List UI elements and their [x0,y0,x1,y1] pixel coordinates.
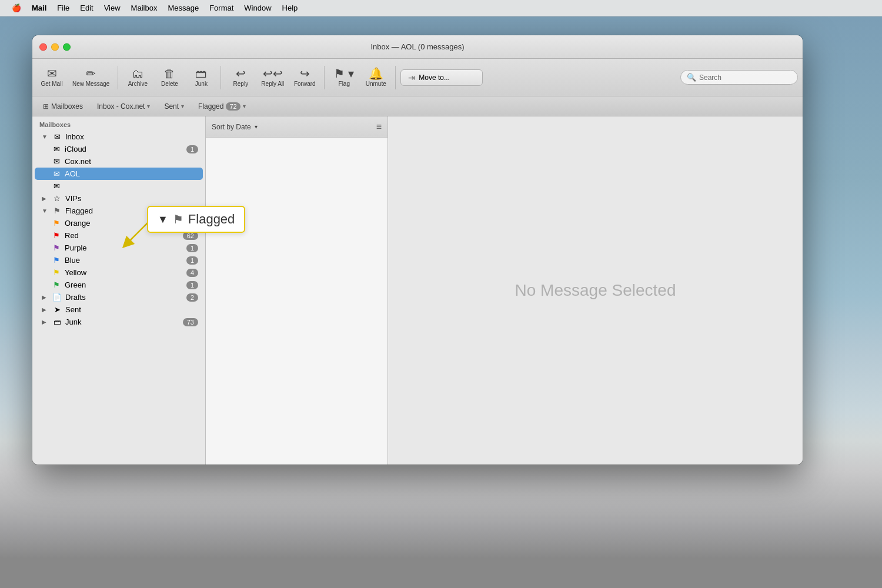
flagged-tooltip-label: Flagged [188,212,235,227]
green-flag-icon: ⚑ [51,280,62,289]
apple-menu[interactable]: 🍎 [7,2,26,14]
inbox-label: Inbox [65,132,198,141]
junk-icon: 🗃 [52,318,62,326]
sidebar-item-icloud[interactable]: ✉ iCloud 1 [35,143,203,155]
sidebar-item-green[interactable]: ⚑ Green 1 [35,279,203,291]
archive-label: Archive [128,81,148,87]
purple-count: 1 [186,244,198,252]
reply-button[interactable]: ↩ Reply [226,65,255,89]
sidebar-item-junk[interactable]: ▶ 🗃 Junk 73 [35,316,203,328]
flag-label: Flag [339,81,350,87]
menu-edit[interactable]: Edit [75,2,98,14]
title-bar: Inbox — AOL (0 messages) [32,35,803,59]
menu-mailbox[interactable]: Mailbox [126,2,162,14]
sort-arrow: ▾ [255,123,258,130]
tab-bar: ⊞ Mailboxes Inbox - Cox.net ▾ Sent ▾ Fla… [32,96,803,116]
close-button[interactable] [39,43,47,51]
flagged-arrow-icon: ▾ [243,103,246,109]
archive-button[interactable]: 🗂 Archive [123,65,152,89]
reply-all-icon: ↩↩ [263,68,283,79]
sidebar-item-purple[interactable]: ⚑ Purple 1 [35,242,203,254]
delete-button[interactable]: 🗑 Delete [155,65,184,89]
tab-sent[interactable]: Sent ▾ [158,101,190,112]
forward-label: Forward [294,81,316,87]
reply-all-button[interactable]: ↩↩ Reply All [258,65,288,89]
vips-expand-arrow: ▶ [42,195,49,202]
menu-file[interactable]: File [52,2,74,14]
sidebar-item-vips[interactable]: ▶ ☆ VIPs [35,192,203,205]
new-message-label: New Message [72,81,109,87]
toolbar-separator-1 [118,66,118,89]
flag-icon: ⚑ ▾ [334,68,354,79]
forward-button[interactable]: ↪ Forward [290,65,319,89]
tab-flagged-label: Flagged [198,102,223,111]
red-flag-icon: ⚑ [51,231,62,240]
forward-icon: ↪ [300,68,310,79]
menu-window[interactable]: Window [239,2,276,14]
flagged-icon: ⚑ [52,206,62,215]
get-mail-label: Get Mail [41,81,62,87]
drafts-icon: 📄 [52,293,62,302]
menu-help[interactable]: Help [278,2,303,14]
mail-app-window: Inbox — AOL (0 messages) ✉ Get Mail ✏ Ne… [32,35,803,465]
unmute-button[interactable]: 🔔 Unmute [361,65,390,89]
fourth-icon: ✉ [51,182,62,191]
sidebar-item-drafts[interactable]: ▶ 📄 Drafts 2 [35,291,203,303]
mailboxes-icon: ⊞ [43,102,49,111]
toolbar-separator-3 [324,66,325,89]
search-bar[interactable]: 🔍 Search [680,70,798,85]
menu-format[interactable]: Format [205,2,238,14]
icloud-count: 1 [186,145,198,153]
sidebar-item-sent[interactable]: ▶ ➤ Sent [35,303,203,316]
purple-label: Purple [65,243,183,252]
filter-icon[interactable]: ≡ [376,122,382,132]
maximize-button[interactable] [63,43,71,51]
menu-message[interactable]: Message [163,2,203,14]
delete-icon: 🗑 [163,68,175,79]
flagged-badge: 72 [226,102,240,111]
menu-view[interactable]: View [99,2,125,14]
move-icon: ⇥ [408,73,415,82]
junk-button[interactable]: 🗃 Junk [186,65,216,89]
green-label: Green [65,280,183,289]
toolbar: ✉ Get Mail ✏ New Message 🗂 Archive 🗑 Del… [32,59,803,96]
green-count: 1 [186,281,198,289]
tab-flagged[interactable]: Flagged 72 ▾ [192,101,252,112]
aol-icon: ✉ [51,169,62,178]
sidebar-item-blue[interactable]: ⚑ Blue 1 [35,254,203,266]
junk-expand-arrow: ▶ [42,319,49,325]
preview-pane: No Message Selected [388,116,803,465]
vips-label: VIPs [65,194,198,203]
sort-label[interactable]: Sort by Date [212,123,251,131]
purple-flag-icon: ⚑ [51,243,62,252]
junk-label: Junk [65,318,180,326]
get-mail-button[interactable]: ✉ Get Mail [37,65,66,89]
flagged-expand-arrow: ▼ [42,208,49,214]
delete-label: Delete [161,81,178,87]
drafts-label: Drafts [65,293,183,302]
tab-inbox-cox[interactable]: Inbox - Cox.net ▾ [91,101,156,112]
unmute-icon: 🔔 [369,68,383,79]
message-list-header: Sort by Date ▾ ≡ [206,116,387,138]
move-to-button[interactable]: ⇥ Move to... [400,69,483,86]
tab-mailboxes[interactable]: ⊞ Mailboxes [37,101,89,112]
sidebar-item-inbox[interactable]: ▼ ✉ Inbox [35,131,203,143]
main-content: Mailboxes ▼ ✉ Inbox ✉ iCloud 1 ✉ Cox.net… [32,116,803,465]
archive-icon: 🗂 [132,68,143,79]
menu-mail[interactable]: Mail [27,2,51,14]
search-label: Search [699,74,721,82]
new-message-button[interactable]: ✏ New Message [69,65,113,89]
sidebar-item-fourth[interactable]: ✉ [35,180,203,192]
junk-icon: 🗃 [195,68,207,79]
sidebar-item-coxnet[interactable]: ✉ Cox.net [35,155,203,168]
reply-label: Reply [233,81,249,87]
coxnet-icon: ✉ [51,157,62,166]
sidebar-item-yellow[interactable]: ⚑ Yellow 4 [35,266,203,279]
tab-inbox-cox-label: Inbox - Cox.net [97,102,145,111]
aol-label: AOL [65,169,198,178]
minimize-button[interactable] [51,43,59,51]
inbox-cox-arrow: ▾ [147,103,150,109]
sidebar-item-aol[interactable]: ✉ AOL [35,168,203,180]
move-to-label: Move to... [419,74,450,82]
flag-button[interactable]: ⚑ ▾ Flag [329,65,359,89]
